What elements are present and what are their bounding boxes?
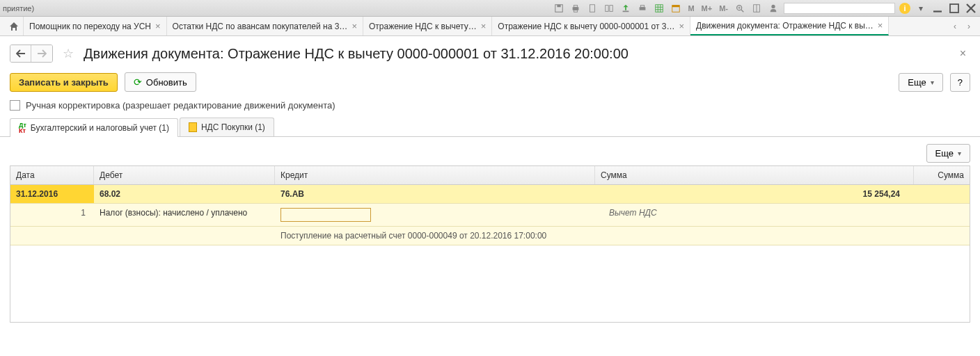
save-close-button[interactable]: Записать и закрыть — [10, 73, 118, 92]
svg-point-24 — [771, 4, 775, 8]
tab-nds-deduct-doc[interactable]: Отражение НДС к вычету 0000-000001 от 3…… — [492, 17, 690, 35]
refresh-button[interactable]: ⟳Обновить — [125, 72, 196, 92]
cell-credit-sub: Поступление на расчетный счет 0000-00004… — [275, 227, 595, 245]
cell-credit: 76.АВ — [275, 185, 595, 203]
system-toolbar: приятие) M M+ M- i ▾ — [0, 0, 980, 17]
svg-rect-8 — [623, 10, 629, 12]
tab-label: Отражение НДС к вычету… — [369, 22, 477, 31]
svg-rect-3 — [574, 5, 578, 7]
cell-credit-box — [275, 204, 595, 226]
search-box[interactable] — [784, 3, 895, 14]
compare-icon[interactable] — [603, 2, 615, 15]
col-debit[interactable]: Дебет — [94, 166, 275, 184]
zoom-icon[interactable] — [734, 2, 746, 15]
manual-edit-label: Ручная корректировка (разрешает редактир… — [26, 100, 335, 111]
close-icon[interactable]: × — [351, 21, 357, 31]
print2-icon[interactable] — [636, 2, 649, 15]
cell-sum-text: Вычет НДС — [595, 204, 914, 226]
subtab-label: НДС Покупки (1) — [201, 122, 265, 132]
cell-sum2 — [914, 185, 970, 203]
close-page-button[interactable]: × — [956, 47, 970, 60]
svg-rect-9 — [640, 7, 646, 10]
upload-icon[interactable] — [619, 2, 632, 15]
grid-header: Дата Дебет Кредит Сумма Сумма — [10, 166, 970, 185]
close-icon[interactable]: × — [878, 20, 883, 31]
window-title: приятие) — [3, 4, 34, 13]
favorite-button[interactable]: ☆ — [60, 45, 77, 62]
tab-nds-advances[interactable]: Остатки НДС по авансам покупателей на 3…… — [167, 17, 363, 35]
back-button[interactable] — [10, 45, 31, 62]
cell-date: 31.12.2016 — [10, 185, 94, 203]
save-icon[interactable] — [553, 2, 565, 15]
tab-label: Отражение НДС к вычету 0000-000001 от 3… — [498, 22, 674, 31]
cell-debit-text: Налог (взносы): начислено / уплачено — [94, 204, 275, 226]
grid-icon[interactable] — [653, 2, 665, 15]
col-sum2[interactable]: Сумма — [914, 166, 970, 184]
tab-nds-deduct[interactable]: Отражение НДС к вычету…× — [363, 17, 492, 35]
svg-rect-26 — [950, 4, 958, 13]
svg-rect-6 — [606, 5, 608, 11]
svg-rect-17 — [672, 5, 680, 7]
document-icon — [189, 122, 197, 132]
tabs-bar: Помощник по переходу на УСН× Остатки НДС… — [0, 17, 980, 36]
tabs-prev-icon[interactable]: ‹ — [948, 22, 962, 31]
tab-usn[interactable]: Помощник по переходу на УСН× — [24, 17, 167, 35]
tab-label: Помощник по переходу на УСН — [29, 22, 151, 31]
more-button[interactable]: Еще — [899, 73, 942, 92]
m-button[interactable]: M — [686, 4, 695, 13]
table-row[interactable]: 31.12.2016 68.02 76.АВ 15 254,24 — [10, 185, 970, 204]
cell-debit: 68.02 — [94, 185, 275, 203]
credit-input[interactable] — [280, 208, 371, 222]
svg-rect-4 — [574, 10, 578, 12]
dtkt-icon: ДтКт — [19, 122, 26, 134]
col-sum[interactable]: Сумма — [595, 166, 914, 184]
col-credit[interactable]: Кредит — [275, 166, 595, 184]
nav-buttons — [10, 44, 53, 63]
m-plus-button[interactable]: M+ — [700, 4, 714, 13]
dropdown-icon[interactable]: ▾ — [915, 2, 927, 15]
accounting-grid: Дата Дебет Кредит Сумма Сумма 31.12.2016… — [10, 165, 970, 323]
tabs-next-icon[interactable]: › — [962, 22, 976, 31]
user-icon[interactable] — [767, 2, 780, 15]
grid-area: Еще Дата Дебет Кредит Сумма Сумма 31.12.… — [0, 137, 980, 330]
help-button[interactable]: ? — [950, 73, 970, 92]
page-header: ☆ Движения документа: Отражение НДС к вы… — [0, 36, 980, 68]
close-icon[interactable]: × — [155, 21, 161, 31]
refresh-icon: ⟳ — [134, 76, 142, 88]
manual-edit-row: Ручная корректировка (разрешает редактир… — [0, 96, 980, 115]
close-icon[interactable]: × — [481, 21, 487, 31]
cell-sum: 15 254,24 — [595, 185, 914, 203]
home-tab[interactable] — [4, 17, 24, 35]
forward-button[interactable] — [31, 45, 52, 62]
calendar-icon[interactable] — [670, 2, 682, 15]
svg-rect-1 — [558, 4, 561, 7]
subtab-nds-purchases[interactable]: НДС Покупки (1) — [180, 118, 274, 136]
svg-line-19 — [741, 9, 744, 12]
page-title: Движения документа: Отражение НДС к выче… — [84, 46, 949, 62]
minimize-button[interactable] — [931, 2, 944, 15]
grid-empty — [10, 245, 970, 322]
tab-label: Движения документа: Отражение НДС к вы… — [696, 21, 874, 31]
grid-more-button[interactable]: Еще — [926, 144, 970, 163]
cell-num: 1 — [10, 204, 94, 226]
svg-rect-5 — [590, 4, 595, 12]
action-bar: Записать и закрыть ⟳Обновить Еще ? — [0, 68, 980, 96]
print-icon[interactable] — [569, 2, 582, 15]
close-icon[interactable]: × — [679, 21, 684, 31]
subtabs: ДтКт Бухгалтерский и налоговый учет (1) … — [0, 115, 980, 137]
table-row-sub: Поступление на расчетный счет 0000-00004… — [10, 227, 970, 245]
svg-rect-7 — [610, 5, 612, 11]
manual-edit-checkbox[interactable] — [10, 100, 20, 111]
doc-icon[interactable] — [586, 2, 599, 15]
subtab-label: Бухгалтерский и налоговый учет (1) — [31, 123, 169, 133]
maximize-button[interactable] — [948, 2, 961, 15]
refresh-label: Обновить — [146, 77, 187, 88]
m-minus-button[interactable]: M- — [718, 4, 729, 13]
info-icon[interactable]: i — [899, 3, 910, 14]
tab-movements[interactable]: Движения документа: Отражение НДС к вы…× — [690, 17, 889, 35]
col-date[interactable]: Дата — [10, 166, 94, 184]
table-row[interactable]: 1 Налог (взносы): начислено / уплачено В… — [10, 204, 970, 227]
close-window-button[interactable] — [965, 2, 977, 15]
subtab-accounting[interactable]: ДтКт Бухгалтерский и налоговый учет (1) — [10, 118, 178, 137]
book-icon[interactable] — [750, 2, 763, 15]
